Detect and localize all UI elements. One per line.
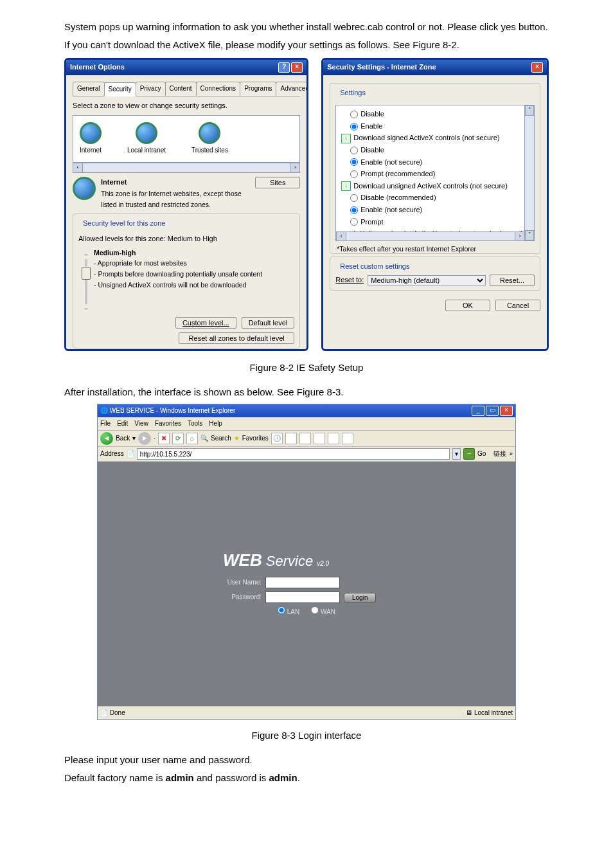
- io-tabs: General Security Privacy Content Connect…: [73, 82, 300, 96]
- tab-advanced[interactable]: Advanced: [276, 82, 308, 96]
- scroll-track[interactable]: [346, 231, 515, 241]
- menu-tools[interactable]: Tools: [188, 419, 202, 429]
- scroll-up-icon[interactable]: ˄: [525, 105, 534, 116]
- radio-enable[interactable]: [350, 158, 358, 166]
- login-button[interactable]: Login: [344, 593, 376, 602]
- radio-disable[interactable]: [350, 111, 358, 118]
- security-slider[interactable]: – –: [78, 248, 94, 314]
- zone-internet[interactable]: Internet: [80, 122, 102, 156]
- tab-connections[interactable]: Connections: [196, 82, 241, 96]
- radio-disable[interactable]: [350, 147, 358, 154]
- sites-button[interactable]: Sites: [255, 177, 300, 188]
- favorites-icon[interactable]: ★: [234, 433, 240, 444]
- address-input[interactable]: [137, 448, 450, 460]
- scroll-left-icon[interactable]: ‹: [336, 231, 346, 241]
- ss-title: Security Settings - Internet Zone: [327, 62, 436, 73]
- cancel-button[interactable]: Cancel: [495, 300, 540, 311]
- scroll-down-icon[interactable]: ˅: [525, 230, 534, 240]
- menu-view[interactable]: View: [134, 419, 148, 429]
- level-bullet: - Appropriate for most websites: [94, 258, 294, 269]
- allowed-levels: Allowed levels for this zone: Medium to …: [78, 233, 294, 245]
- radio-prompt[interactable]: [350, 170, 358, 178]
- scroll-right-icon[interactable]: ›: [515, 231, 525, 241]
- menu-file[interactable]: File: [100, 419, 111, 429]
- custom-level-button[interactable]: Custom level...: [175, 317, 236, 329]
- figure-8-2-caption: Figure 8-2 IE Safety Setup: [64, 360, 549, 375]
- zone-text: Local intranet: [474, 709, 513, 716]
- radio-enable[interactable]: [350, 123, 358, 131]
- username-input[interactable]: [265, 577, 340, 588]
- lan-radio[interactable]: LAN: [278, 606, 299, 617]
- close-icon[interactable]: ×: [291, 62, 303, 73]
- wan-radio[interactable]: WAN: [311, 606, 335, 617]
- default-level-button[interactable]: Default level: [242, 317, 295, 329]
- security-settings-dialog: Security Settings - Internet Zone × Sett…: [321, 58, 549, 351]
- links-chevron-icon[interactable]: »: [509, 449, 513, 459]
- scroll-left-icon[interactable]: ‹: [73, 163, 83, 173]
- reset-button[interactable]: Reset...: [490, 275, 535, 286]
- radio-prompt[interactable]: [350, 218, 358, 226]
- zone-trusted-sites[interactable]: Trusted sites: [191, 122, 228, 156]
- menu-favorites[interactable]: Favorites: [155, 419, 181, 429]
- tool-icon[interactable]: [328, 433, 339, 444]
- links-label[interactable]: 链接: [493, 449, 506, 459]
- zone-label: Internet: [80, 145, 102, 156]
- ie-statusbar: 📄 Done 🖥 Local intranet: [98, 706, 515, 719]
- home-icon[interactable]: ⌂: [186, 433, 198, 444]
- close-icon[interactable]: ×: [500, 406, 513, 416]
- zone-list[interactable]: Internet Local intranet Trusted sites: [73, 115, 300, 163]
- tool-icon[interactable]: [342, 433, 353, 444]
- back-button[interactable]: ◄: [100, 432, 113, 445]
- tab-privacy[interactable]: Privacy: [136, 82, 166, 96]
- horizontal-scrollbar[interactable]: ‹ ›: [336, 231, 525, 240]
- edit-icon[interactable]: [314, 433, 325, 444]
- radio-enable[interactable]: [350, 206, 358, 214]
- tab-general[interactable]: General: [73, 82, 105, 96]
- vertical-scrollbar[interactable]: ˄ ˅: [524, 105, 534, 240]
- zone-scrollbar[interactable]: ‹ ›: [73, 163, 300, 173]
- ss-titlebar: Security Settings - Internet Zone ×: [323, 60, 547, 75]
- status-text: Done: [110, 709, 125, 716]
- tab-security[interactable]: Security: [104, 82, 136, 96]
- wan-label: WAN: [321, 608, 335, 615]
- maximize-icon[interactable]: ▭: [486, 406, 499, 416]
- password-input[interactable]: [265, 592, 340, 603]
- scroll-track[interactable]: [83, 163, 290, 173]
- tab-content[interactable]: Content: [165, 82, 197, 96]
- opt-label: Enable (not secure): [360, 204, 422, 216]
- radio-disable[interactable]: [350, 194, 358, 202]
- page-icon: 📄: [127, 449, 134, 459]
- settings-list[interactable]: Disable Enable ↓Download signed ActiveX …: [335, 105, 535, 241]
- opt-label: Prompt: [360, 217, 383, 228]
- addr-dropdown-icon[interactable]: ▾: [452, 448, 461, 460]
- menu-edit[interactable]: Edit: [117, 419, 128, 429]
- level-bullet: - Unsigned ActiveX controls will not be …: [94, 280, 294, 291]
- opt-label: Enable (not secure): [360, 157, 422, 168]
- stop-icon[interactable]: ✖: [158, 433, 170, 444]
- check-globe-icon: [199, 122, 220, 144]
- history-icon[interactable]: 🕓: [271, 433, 283, 444]
- search-icon[interactable]: 🔍: [200, 433, 208, 444]
- scroll-right-icon[interactable]: ›: [290, 163, 300, 173]
- help-icon[interactable]: ?: [278, 62, 290, 73]
- outro-p2: Default factory name is admin and passwo…: [64, 770, 549, 786]
- print-icon[interactable]: [299, 433, 311, 444]
- reset-to-select[interactable]: Medium-high (default): [368, 275, 486, 285]
- mail-icon[interactable]: [285, 433, 297, 444]
- ok-button[interactable]: OK: [445, 300, 490, 311]
- menu-help[interactable]: Help: [209, 419, 222, 429]
- select-zone-label: Select a zone to view or change security…: [73, 100, 300, 112]
- go-button[interactable]: →: [463, 448, 475, 460]
- close-icon[interactable]: ×: [531, 62, 543, 73]
- tab-programs[interactable]: Programs: [240, 82, 276, 96]
- activex-icon: ↓: [341, 134, 351, 143]
- zone-local-intranet[interactable]: Local intranet: [127, 122, 166, 156]
- reset-all-zones-button[interactable]: Reset all zones to default level: [179, 332, 294, 344]
- zone-label: Local intranet: [127, 145, 166, 156]
- refresh-icon[interactable]: ⟳: [172, 433, 184, 444]
- minimize-icon[interactable]: _: [472, 406, 484, 416]
- ie-titlebar: 🌐 WEB SERVICE - Windows Internet Explore…: [98, 404, 515, 417]
- slider-thumb[interactable]: [82, 267, 91, 280]
- ie-window: 🌐 WEB SERVICE - Windows Internet Explore…: [97, 404, 516, 720]
- forward-button[interactable]: ►: [138, 432, 151, 445]
